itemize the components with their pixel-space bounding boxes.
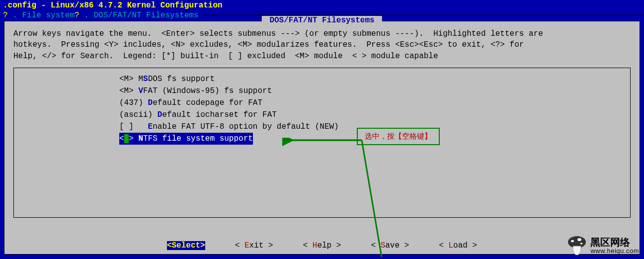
- watermark-text: 黑区网络: [590, 237, 639, 248]
- breadcrumb-q2: ?: [75, 11, 80, 20]
- watermark: 黑区网络 www.heiqu.com: [566, 235, 639, 256]
- select-button[interactable]: <Select>: [167, 241, 205, 250]
- mushroom-icon: [566, 235, 587, 256]
- breadcrumb-q1: ?: [3, 11, 8, 20]
- config-panel: DOS/FAT/NT Filesystems Arrow keys naviga…: [4, 21, 640, 255]
- annotation-callout: 选中，按【空格键】: [357, 128, 440, 145]
- menu-box: <M> MSDOS fs support<M> VFAT (Windows-95…: [13, 68, 631, 218]
- exit-button[interactable]: < Exit >: [235, 241, 273, 250]
- svg-point-4: [571, 240, 574, 242]
- save-button[interactable]: < Save >: [371, 241, 409, 250]
- load-button[interactable]: < Load >: [439, 241, 477, 250]
- menu-item[interactable]: [ ] Enable FAT UTF-8 option by default (…: [119, 122, 339, 131]
- help-text: Arrow keys navigate the menu. <Enter> se…: [4, 21, 640, 66]
- svg-line-1: [362, 140, 382, 257]
- help-button[interactable]: < Help >: [303, 241, 341, 250]
- svg-point-5: [577, 238, 581, 241]
- menu-item[interactable]: <M> MSDOS fs support: [119, 75, 215, 84]
- panel-title: DOS/FAT/NT Filesystems: [262, 16, 382, 25]
- button-bar: <Select>< Exit >< Help >< Save >< Load >: [4, 241, 640, 250]
- breadcrumb-item: DOS/FAT/NT Filesystems: [93, 11, 198, 20]
- watermark-url: www.heiqu.com: [590, 248, 639, 255]
- menu-item[interactable]: <M> VFAT (Windows-95) fs support: [119, 86, 272, 95]
- menu-item[interactable]: < > NTFS file system support: [119, 133, 253, 145]
- menu-item[interactable]: (437) Default codepage for FAT: [119, 98, 262, 107]
- window-title: .config - Linux/x86 4.7.2 Kernel Configu…: [0, 0, 644, 11]
- menu-item[interactable]: (ascii) Default iocharset for FAT: [119, 110, 277, 119]
- svg-point-6: [580, 243, 583, 245]
- breadcrumb-item: File system: [22, 11, 75, 20]
